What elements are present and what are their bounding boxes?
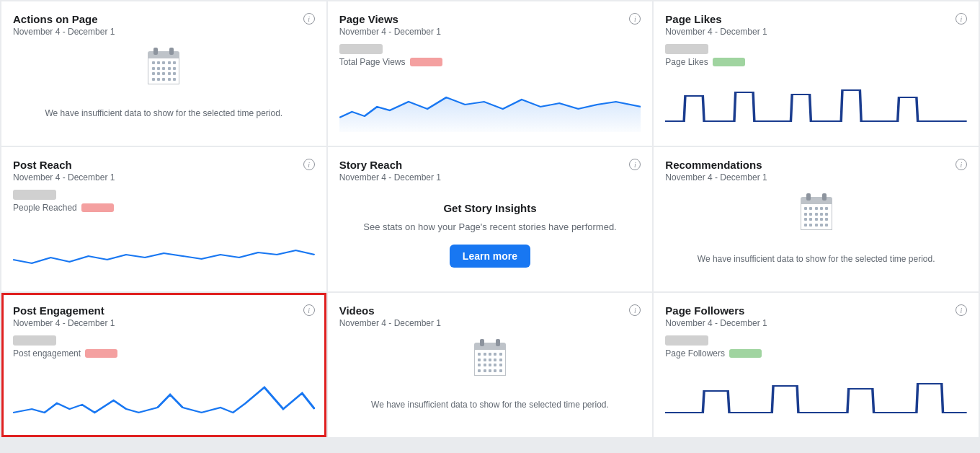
stat-badge-postreach: [81, 203, 114, 212]
card-videos: i Videos November 4 - December 1 We have…: [328, 293, 653, 437]
calendar-icon-recommendations: [798, 197, 834, 230]
stat-number-pagefollowers: [665, 335, 708, 346]
stat-number-pagelikes: [665, 44, 708, 54]
card-title-recommendations: Recommendations: [665, 159, 967, 171]
stat-label-postengagement: Post engagement: [13, 348, 315, 359]
card-date-pagelikes: November 4 - December 1: [665, 27, 967, 37]
card-date-actions: November 4 - December 1: [13, 27, 315, 37]
card-title-postreach: Post Reach: [13, 159, 315, 171]
info-icon-postengagement[interactable]: i: [303, 304, 315, 316]
card-page-views: i Page Views November 4 - December 1 Tot…: [328, 1, 653, 146]
stat-number-pageviews: [339, 44, 383, 54]
card-title-pagelikes: Page Likes: [665, 13, 967, 25]
stat-label-pagefollowers: Page Followers: [665, 348, 967, 359]
card-page-followers: i Page Followers November 4 - December 1…: [654, 293, 979, 437]
card-date-storyreach: November 4 - December 1: [339, 172, 641, 182]
story-reach-content: Get Story Insights See stats on how your…: [339, 190, 641, 280]
story-reach-headline: Get Story Insights: [443, 202, 536, 214]
insufficient-text-actions: We have insufficient data to show for th…: [30, 101, 297, 126]
calendar-icon-videos: [472, 343, 508, 376]
card-date-postengagement: November 4 - December 1: [13, 318, 315, 328]
stat-badge-pagefollowers: [729, 349, 762, 358]
stat-number-postengagement: [13, 335, 56, 346]
chart-postreach: [13, 221, 315, 280]
card-actions-on-page: i Actions on Page November 4 - December …: [1, 1, 326, 146]
card-title-postengagement: Post Engagement: [13, 304, 315, 317]
card-title-pageviews: Page Views: [339, 13, 641, 25]
info-icon-actions[interactable]: i: [303, 13, 315, 25]
calendar-icon-actions: [146, 51, 182, 84]
chart-postengagement: [13, 367, 315, 426]
insufficient-text-recommendations: We have insufficient data to show for th…: [683, 247, 950, 271]
card-story-reach: i Story Reach November 4 - December 1 Ge…: [328, 147, 653, 291]
card-recommendations: i Recommendations November 4 - December …: [654, 147, 979, 291]
learn-more-button[interactable]: Learn more: [450, 245, 530, 268]
card-title-storyreach: Story Reach: [339, 159, 641, 171]
card-post-engagement: i Post Engagement November 4 - December …: [1, 293, 326, 437]
card-date-videos: November 4 - December 1: [339, 318, 641, 328]
info-icon-postreach[interactable]: i: [303, 159, 315, 170]
card-title-videos: Videos: [339, 304, 641, 317]
stat-number-postreach: [13, 190, 56, 200]
card-post-reach: i Post Reach November 4 - December 1 Peo…: [1, 147, 326, 291]
card-title-pagefollowers: Page Followers: [665, 304, 967, 317]
stat-label-pagelikes: Page Likes: [665, 57, 967, 67]
chart-pageviews: [339, 76, 641, 134]
card-date-postreach: November 4 - December 1: [13, 172, 315, 182]
info-icon-pagelikes[interactable]: i: [956, 13, 967, 25]
chart-pagefollowers: [665, 367, 967, 426]
info-icon-recommendations[interactable]: i: [956, 159, 967, 170]
info-icon-pagefollowers[interactable]: i: [956, 304, 967, 316]
card-page-likes: i Page Likes November 4 - December 1 Pag…: [654, 1, 979, 146]
story-reach-desc: See stats on how your Page's recent stor…: [363, 220, 617, 234]
stat-label-pageviews: Total Page Views: [339, 57, 641, 67]
card-date-recommendations: November 4 - December 1: [665, 172, 967, 182]
card-date-pageviews: November 4 - December 1: [339, 27, 641, 37]
stat-badge-postengagement: [85, 349, 117, 358]
stat-badge-pageviews: [410, 58, 442, 66]
card-title-actions: Actions on Page: [13, 13, 315, 25]
stat-badge-pagelikes: [713, 58, 745, 66]
card-date-pagefollowers: November 4 - December 1: [665, 318, 967, 328]
insights-grid: i Actions on Page November 4 - December …: [0, 0, 980, 439]
stat-label-postreach: People Reached: [13, 203, 315, 213]
insufficient-text-videos: We have insufficient data to show for th…: [357, 392, 623, 417]
chart-pagelikes: [665, 76, 967, 134]
